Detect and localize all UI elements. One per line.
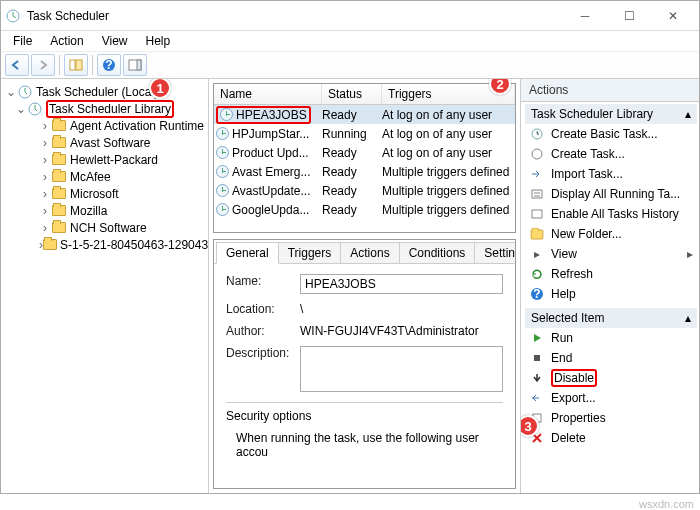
action-icon: ▸ — [529, 247, 545, 261]
submenu-arrow-icon: ▸ — [687, 247, 693, 261]
tree-library-label: Task Scheduler Library — [46, 100, 174, 118]
action-export[interactable]: Export... — [525, 388, 697, 408]
tree-item[interactable]: ›Avast Software — [3, 134, 206, 151]
action-import-task[interactable]: Import Task... — [525, 164, 697, 184]
folder-icon — [51, 170, 67, 184]
action-pane-icon[interactable] — [123, 54, 147, 76]
group-selected-header[interactable]: Selected Item▴ — [525, 308, 697, 328]
action-icon — [529, 229, 545, 240]
task-status: Running — [322, 127, 382, 141]
action-icon — [529, 127, 545, 141]
svg-rect-1 — [70, 60, 75, 70]
task-status: Ready — [322, 146, 382, 160]
task-trigger: At log on of any user — [382, 127, 513, 141]
menu-help[interactable]: Help — [138, 32, 179, 50]
detail-pane: General Triggers Actions Conditions Sett… — [213, 239, 516, 489]
action-enable-all-tasks-history[interactable]: Enable All Tasks History — [525, 204, 697, 224]
menu-view[interactable]: View — [94, 32, 136, 50]
minimize-button[interactable]: ─ — [563, 2, 607, 30]
task-row[interactable]: Avast Emerg...ReadyMultiple triggers def… — [214, 162, 515, 181]
tree-item[interactable]: ›McAfee — [3, 168, 206, 185]
group-library-header[interactable]: Task Scheduler Library▴ — [525, 104, 697, 124]
help-icon[interactable]: ? — [97, 54, 121, 76]
action-label: Display All Running Ta... — [551, 187, 680, 201]
panes-icon[interactable] — [64, 54, 88, 76]
task-row[interactable]: AvastUpdate...ReadyMultiple triggers def… — [214, 181, 515, 200]
action-run[interactable]: Run — [525, 328, 697, 348]
action-view[interactable]: ▸View▸ — [525, 244, 697, 264]
location-value: \ — [300, 302, 503, 316]
task-row[interactable]: HPEA3JOBSReadyAt log on of any user — [214, 105, 515, 124]
action-label: Disable — [551, 369, 597, 387]
close-button[interactable]: ✕ — [651, 2, 695, 30]
detail-tabs: General Triggers Actions Conditions Sett… — [214, 240, 515, 264]
back-icon[interactable] — [5, 54, 29, 76]
tab-settings[interactable]: Settings — [474, 242, 516, 263]
tree-item[interactable]: ›Microsoft — [3, 185, 206, 202]
action-end[interactable]: End — [525, 348, 697, 368]
action-help[interactable]: ?Help — [525, 284, 697, 304]
maximize-button[interactable]: ☐ — [607, 2, 651, 30]
svg-point-10 — [532, 149, 542, 159]
menu-action[interactable]: Action — [42, 32, 91, 50]
folder-icon — [51, 153, 67, 167]
task-trigger: Multiple triggers defined — [382, 184, 513, 198]
action-display-all-running-ta[interactable]: Display All Running Ta... — [525, 184, 697, 204]
action-label: Import Task... — [551, 167, 623, 181]
tree-item[interactable]: ›Agent Activation Runtime — [3, 117, 206, 134]
tree-library[interactable]: ⌄ Task Scheduler Library — [3, 100, 206, 117]
name-field[interactable] — [300, 274, 503, 294]
tab-actions[interactable]: Actions — [340, 242, 399, 263]
action-refresh[interactable]: Refresh — [525, 264, 697, 284]
task-row[interactable]: GoogleUpda...ReadyMultiple triggers defi… — [214, 200, 515, 219]
tree-item-label: Agent Activation Runtime — [70, 119, 204, 133]
action-label: Refresh — [551, 267, 593, 281]
security-options-label: Security options — [226, 409, 503, 423]
tab-triggers[interactable]: Triggers — [278, 242, 342, 263]
tab-general[interactable]: General — [216, 242, 279, 264]
folder-icon — [51, 204, 67, 218]
action-properties[interactable]: Properties — [525, 408, 697, 428]
action-icon — [529, 372, 545, 384]
task-row[interactable]: Product Upd...ReadyAt log on of any user — [214, 143, 515, 162]
tab-conditions[interactable]: Conditions — [399, 242, 476, 263]
forward-icon[interactable] — [31, 54, 55, 76]
action-icon — [529, 147, 545, 161]
action-create-basic-task[interactable]: Create Basic Task... — [525, 124, 697, 144]
task-status: Ready — [322, 184, 382, 198]
svg-rect-11 — [532, 190, 542, 198]
action-label: Create Basic Task... — [551, 127, 658, 141]
svg-rect-12 — [532, 210, 542, 218]
col-name[interactable]: Name — [214, 84, 322, 104]
tree-item[interactable]: ›NCH Software — [3, 219, 206, 236]
desc-field[interactable] — [300, 346, 503, 392]
tree-root[interactable]: ⌄ Task Scheduler (Local) — [3, 83, 206, 100]
action-delete[interactable]: Delete — [525, 428, 697, 448]
action-disable[interactable]: Disable — [525, 368, 697, 388]
menu-file[interactable]: File — [5, 32, 40, 50]
action-icon — [529, 392, 545, 404]
tree-item[interactable]: ›S-1-5-21-80450463-1290439094 — [3, 236, 206, 253]
col-status[interactable]: Status — [322, 84, 382, 104]
folder-icon — [51, 221, 67, 235]
action-label: Help — [551, 287, 576, 301]
name-label: Name: — [226, 274, 300, 294]
action-new-folder[interactable]: New Folder... — [525, 224, 697, 244]
svg-text:?: ? — [105, 58, 112, 72]
tree-item-label: Mozilla — [70, 204, 107, 218]
folder-icon — [51, 119, 67, 133]
tree-item-label: Hewlett-Packard — [70, 153, 158, 167]
author-value: WIN-FGUJI4VF43T\Administrator — [300, 324, 503, 338]
action-label: Delete — [551, 431, 586, 445]
action-create-task[interactable]: Create Task... — [525, 144, 697, 164]
tree-item[interactable]: ›Hewlett-Packard — [3, 151, 206, 168]
toolbar: ? — [1, 51, 699, 79]
desc-label: Description: — [226, 346, 300, 392]
task-row[interactable]: HPJumpStar...RunningAt log on of any use… — [214, 124, 515, 143]
svg-rect-15 — [534, 355, 540, 361]
action-icon — [529, 188, 545, 200]
action-icon — [529, 208, 545, 220]
tree-item-label: S-1-5-21-80450463-1290439094 — [60, 238, 209, 252]
task-icon — [220, 108, 233, 121]
tree-item[interactable]: ›Mozilla — [3, 202, 206, 219]
